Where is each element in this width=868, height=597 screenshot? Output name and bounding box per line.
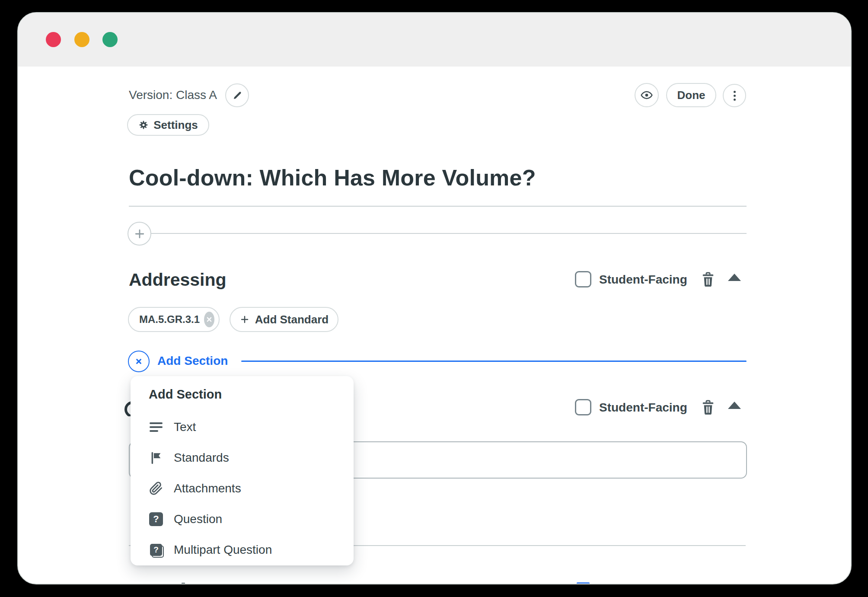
standard-chip-label: MA.5.GR.3.1	[139, 313, 200, 326]
page-title: Cool-down: Which Has More Volume?	[129, 164, 536, 191]
settings-button[interactable]: Settings	[127, 114, 209, 136]
pencil-icon	[232, 90, 243, 101]
add-section-link[interactable]: Add Section	[157, 354, 228, 368]
done-button[interactable]: Done	[666, 83, 716, 107]
clipped-insert-line-fragment	[577, 582, 590, 584]
student-facing-label-2: Student-Facing	[599, 401, 687, 415]
addressing-section-heading: Addressing	[129, 270, 227, 290]
menu-item-question[interactable]: ? Question	[141, 508, 343, 530]
student-facing-checkbox-2[interactable]	[575, 399, 591, 415]
eye-icon	[640, 89, 653, 102]
more-options-button[interactable]	[723, 84, 746, 107]
traffic-light-zoom-button[interactable]	[102, 32, 118, 47]
close-add-section-button[interactable]	[128, 351, 150, 372]
done-button-label: Done	[677, 89, 705, 102]
menu-item-standards[interactable]: Standards	[141, 447, 343, 469]
kebab-menu-icon	[734, 91, 736, 101]
title-divider	[129, 206, 747, 207]
student-facing-checkbox-1[interactable]	[575, 271, 591, 287]
paperclip-icon	[149, 481, 163, 496]
traffic-light-close-button[interactable]	[46, 32, 61, 47]
add-standard-button[interactable]: Add Standard	[230, 307, 338, 332]
text-lines-icon	[149, 420, 163, 434]
obscured-heading-fragment	[124, 401, 131, 416]
remove-standard-button[interactable]	[204, 312, 214, 327]
version-label: Version: Class A	[129, 88, 217, 102]
question-square-icon: ?	[149, 512, 163, 527]
preview-button[interactable]	[635, 83, 659, 107]
edit-version-button[interactable]	[225, 83, 249, 107]
window-titlebar	[18, 13, 851, 67]
menu-item-attachments[interactable]: Attachments	[141, 477, 343, 500]
add-block-button[interactable]	[128, 222, 151, 246]
menu-item-multipart-question[interactable]: ? Multipart Question	[141, 539, 343, 561]
clipped-content-fragment	[182, 583, 185, 584]
collapse-section-button-2[interactable]	[728, 402, 741, 409]
settings-button-label: Settings	[153, 118, 198, 132]
screenshot-stage: Version: Class A Done	[0, 0, 868, 597]
gear-icon	[138, 120, 149, 130]
multipart-question-icon: ?	[149, 543, 163, 557]
delete-section-button-1[interactable]	[700, 271, 716, 288]
add-section-insert-line	[241, 361, 747, 362]
plus-icon	[134, 228, 146, 240]
add-section-menu-title: Add Section	[149, 387, 222, 402]
menu-item-text[interactable]: Text	[141, 416, 343, 438]
traffic-light-minimize-button[interactable]	[74, 32, 89, 47]
collapse-section-button-1[interactable]	[728, 274, 741, 281]
student-facing-label-1: Student-Facing	[599, 273, 687, 287]
x-icon	[134, 356, 144, 367]
add-standard-button-label: Add Standard	[255, 313, 329, 326]
add-block-line	[151, 233, 747, 234]
delete-section-button-2[interactable]	[700, 399, 716, 416]
add-section-menu: Add Section Text Standards	[131, 376, 354, 565]
flag-icon	[149, 450, 163, 465]
plus-icon	[239, 314, 250, 325]
standard-chip: MA.5.GR.3.1	[128, 307, 220, 332]
app-window: Version: Class A Done	[17, 12, 852, 584]
